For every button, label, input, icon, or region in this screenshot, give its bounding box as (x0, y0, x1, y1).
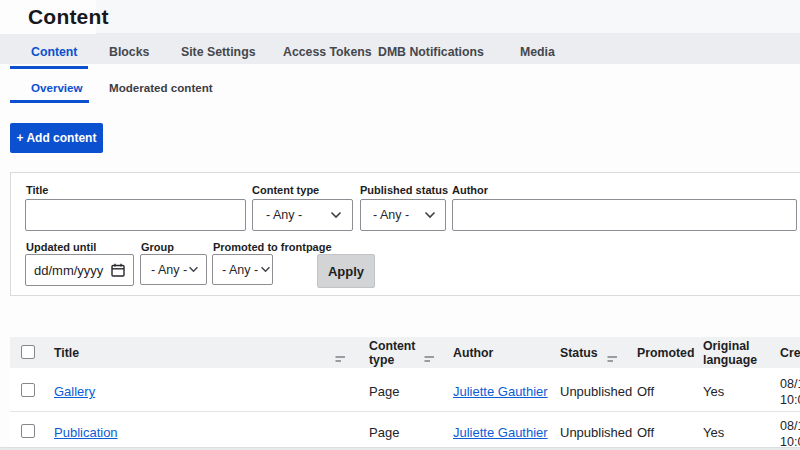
row-status: Unpublished (560, 384, 632, 399)
promoted-filter-label: Promoted to frontpage (213, 241, 332, 253)
row-created-date: 08/1 (780, 377, 800, 391)
author-filter-label: Author (452, 184, 488, 196)
row-author-link[interactable]: Juliette Gauthier (453, 384, 548, 399)
published-status-filter-label: Published status (360, 184, 448, 196)
sort-icon[interactable] (335, 349, 346, 367)
content-type-filter-label: Content type (252, 184, 319, 196)
content-type-select-value: - Any - (266, 208, 302, 222)
row-original-language: Yes (703, 425, 724, 440)
tab-access-tokens[interactable]: Access Tokens (283, 45, 372, 63)
add-content-button[interactable]: + Add content (10, 123, 103, 153)
col-header-created[interactable]: Created (780, 346, 800, 360)
row-promoted: Off (637, 425, 654, 440)
row-promoted: Off (637, 384, 654, 399)
group-select[interactable]: - Any - (140, 254, 207, 285)
chevron-down-icon (260, 266, 271, 273)
row-title-link[interactable]: Publication (54, 425, 118, 440)
row-title-link[interactable]: Gallery (54, 384, 95, 399)
group-select-value: - Any - (151, 263, 187, 277)
table-row: Publication Page Juliette Gauthier Unpub… (10, 412, 800, 448)
tab-content[interactable]: Content (31, 45, 77, 63)
content-type-select[interactable]: - Any - (252, 199, 353, 231)
tab-site-settings[interactable]: Site Settings (181, 45, 255, 63)
active-subtab-underline (10, 100, 89, 103)
updated-until-filter-label: Updated until (26, 241, 96, 253)
row-checkbox[interactable] (21, 383, 35, 397)
chevron-down-icon (330, 211, 342, 219)
updated-until-date-field[interactable] (25, 254, 134, 286)
secondary-tab-band (0, 0, 800, 34)
chevron-down-icon (424, 211, 436, 219)
row-created-date: 08/1 (780, 419, 800, 433)
title-filter-input[interactable] (25, 199, 246, 231)
row-checkbox[interactable] (21, 424, 35, 438)
published-status-select-value: - Any - (373, 208, 409, 222)
chevron-down-icon (188, 266, 199, 273)
table-row: Gallery Page Juliette Gauthier Unpublish… (10, 368, 800, 412)
row-author-link[interactable]: Juliette Gauthier (453, 425, 548, 440)
row-created: 08/110:0 (780, 376, 800, 408)
col-header-author[interactable]: Author (453, 346, 493, 360)
row-content-type: Page (369, 384, 399, 399)
calendar-icon[interactable] (111, 263, 125, 281)
col-header-promoted[interactable]: Promoted (637, 346, 694, 360)
col-header-status[interactable]: Status (560, 346, 598, 360)
col-header-title[interactable]: Title (54, 346, 79, 360)
tab-media[interactable]: Media (520, 45, 555, 63)
group-filter-label: Group (141, 241, 174, 253)
published-status-select[interactable]: - Any - (360, 199, 446, 231)
tab-blocks[interactable]: Blocks (109, 45, 149, 63)
row-content-type: Page (369, 425, 399, 440)
page-title: Content (28, 5, 109, 29)
row-created-time: 10:0 (780, 393, 800, 407)
select-all-checkbox[interactable] (21, 345, 35, 359)
active-tab-underline (10, 66, 88, 69)
tab-overview[interactable]: Overview (31, 81, 83, 97)
sort-icon[interactable] (424, 349, 435, 367)
promoted-select-value: - Any - (222, 263, 258, 277)
title-filter-label: Title (26, 184, 48, 196)
sort-icon[interactable] (607, 349, 618, 367)
table-header-row: Title Content type Author Status Promote… (10, 337, 800, 368)
promoted-select[interactable]: - Any - (212, 254, 273, 285)
apply-button[interactable]: Apply (317, 254, 375, 288)
tab-dmb-notifications[interactable]: DMB Notifications (378, 45, 484, 63)
author-filter-input[interactable] (452, 199, 797, 231)
row-original-language: Yes (703, 384, 724, 399)
row-status: Unpublished (560, 425, 632, 440)
tab-moderated-content[interactable]: Moderated content (109, 81, 213, 97)
row-created: 08/110:0 (780, 418, 800, 450)
col-header-content-type[interactable]: Content type (369, 339, 415, 367)
col-header-original-language[interactable]: Original language (703, 339, 757, 367)
